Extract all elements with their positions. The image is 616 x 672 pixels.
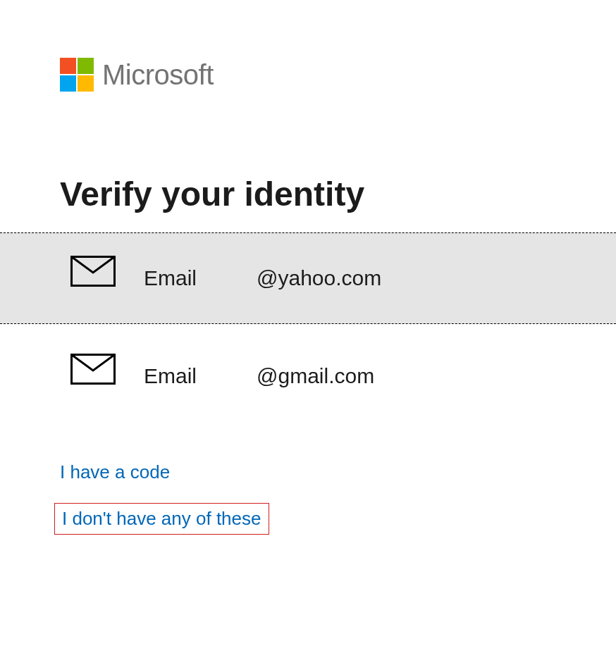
mail-icon: [70, 256, 116, 301]
verification-option-yahoo[interactable]: Email @yahoo.com: [0, 232, 616, 324]
none-of-these-link[interactable]: I don't have any of these: [62, 508, 261, 529]
none-of-these-highlight: I don't have any of these: [54, 503, 269, 535]
microsoft-logo-icon: [60, 58, 94, 92]
have-code-link[interactable]: I have a code: [60, 461, 170, 483]
verification-option-gmail[interactable]: Email @gmail.com: [0, 330, 616, 422]
option-value: @yahoo.com: [257, 266, 381, 290]
mail-icon: [70, 354, 116, 399]
option-label: Email: [144, 266, 257, 290]
option-value: @gmail.com: [257, 364, 374, 388]
brand-logo: Microsoft: [60, 58, 214, 92]
option-label: Email: [144, 364, 257, 388]
brand-name: Microsoft: [102, 59, 214, 91]
page-title: Verify your identity: [60, 175, 364, 213]
